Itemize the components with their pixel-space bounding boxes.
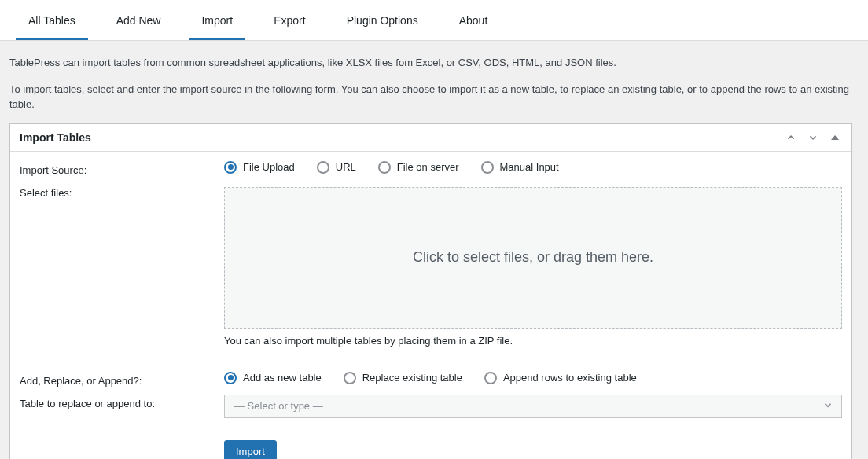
radio-file-upload[interactable]: File Upload — [224, 161, 295, 174]
tab-import[interactable]: Import — [189, 0, 245, 40]
row-target-table: Table to replace or append to: — Select … — [20, 395, 842, 418]
radio-add-new[interactable]: Add as new table — [224, 372, 322, 384]
radio-append[interactable]: Append rows to existing table — [484, 372, 637, 384]
radio-icon — [344, 372, 356, 384]
page-content: TablePress can import tables from common… — [0, 41, 868, 459]
tab-about[interactable]: About — [447, 0, 501, 40]
radio-url[interactable]: URL — [317, 161, 356, 174]
panel-title: Import Tables — [20, 131, 91, 144]
row-import-source: Import Source: File Upload URL — [20, 161, 842, 176]
tab-plugin-options[interactable]: Plugin Options — [334, 0, 431, 40]
radio-label: Append rows to existing table — [503, 372, 637, 384]
select-placeholder: — Select or type — — [234, 400, 323, 412]
tab-label: All Tables — [28, 14, 75, 27]
tab-label: Plugin Options — [347, 14, 418, 27]
radio-label: URL — [336, 161, 356, 173]
row-submit: Import — [20, 426, 842, 460]
panel-controls — [784, 130, 842, 145]
dropzone-text: Click to select files, or drag them here… — [413, 249, 653, 266]
intro-line-1: TablePress can import tables from common… — [9, 55, 852, 71]
label-import-source: Import Source: — [20, 161, 224, 176]
radio-label: Add as new table — [243, 372, 322, 384]
tab-all-tables[interactable]: All Tables — [16, 0, 88, 40]
svg-marker-0 — [831, 135, 839, 140]
import-button[interactable]: Import — [224, 440, 277, 460]
triangle-up-icon[interactable] — [828, 130, 842, 145]
tab-export[interactable]: Export — [261, 0, 318, 40]
label-mode: Add, Replace, or Append?: — [20, 372, 224, 387]
panel-header: Import Tables — [10, 124, 851, 152]
radio-icon — [484, 372, 497, 384]
intro-line-2: To import tables, select and enter the i… — [9, 82, 852, 112]
import-panel: Import Tables Import Source: File Upload — [9, 123, 852, 460]
tab-label: Export — [274, 14, 305, 27]
label-target-table: Table to replace or append to: — [20, 395, 224, 409]
radio-icon — [317, 161, 329, 174]
radio-manual-input[interactable]: Manual Input — [481, 161, 559, 174]
label-select-files: Select files: — [20, 184, 224, 199]
panel-body: Import Source: File Upload URL — [10, 152, 851, 460]
tab-add-new[interactable]: Add New — [104, 0, 174, 40]
tab-label: About — [459, 14, 488, 27]
radio-icon — [378, 161, 391, 174]
nav-tabs: All Tables Add New Import Export Plugin … — [0, 0, 868, 41]
source-radio-group: File Upload URL File on server Manu — [224, 161, 842, 174]
radio-replace[interactable]: Replace existing table — [344, 372, 462, 384]
row-mode: Add, Replace, or Append?: Add as new tab… — [20, 372, 842, 387]
radio-label: File on server — [397, 161, 459, 173]
radio-file-on-server[interactable]: File on server — [378, 161, 459, 174]
mode-radio-group: Add as new table Replace existing table … — [224, 372, 842, 384]
radio-label: File Upload — [243, 161, 295, 173]
zip-hint: You can also import multiple tables by p… — [224, 335, 842, 347]
target-table-select[interactable]: — Select or type — — [224, 395, 842, 418]
radio-icon — [224, 372, 237, 384]
radio-label: Replace existing table — [362, 372, 462, 384]
tab-label: Import — [201, 14, 233, 27]
radio-icon — [224, 161, 237, 174]
tab-label: Add New — [116, 14, 161, 27]
intro-text: TablePress can import tables from common… — [9, 55, 852, 112]
file-dropzone[interactable]: Click to select files, or drag them here… — [224, 187, 842, 329]
chevron-down-icon[interactable] — [806, 130, 820, 145]
radio-icon — [481, 161, 494, 174]
row-select-files: Select files: Click to select files, or … — [20, 184, 842, 364]
button-label: Import — [236, 446, 265, 457]
chevron-down-icon — [822, 399, 833, 413]
chevron-up-icon[interactable] — [784, 130, 798, 145]
radio-label: Manual Input — [500, 161, 559, 173]
